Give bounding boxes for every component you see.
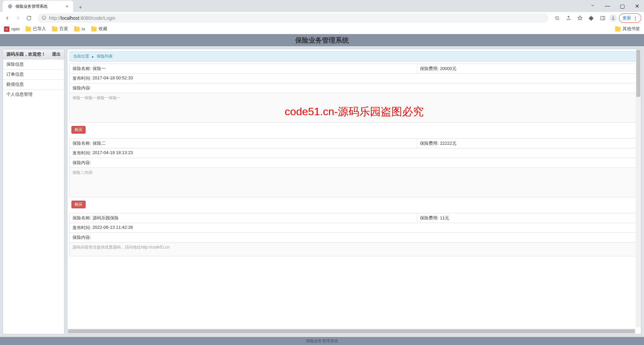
sidebar-item-insurance[interactable]: 保险信息	[3, 59, 64, 69]
tab-bar: 保险业务管理系统 × + — ▢ ✕	[0, 0, 644, 12]
buy-button[interactable]: 购买	[71, 126, 86, 134]
sidebar-item-orders[interactable]: 订单信息	[3, 69, 64, 79]
back-button[interactable]	[3, 13, 12, 23]
forward-button[interactable]	[13, 13, 23, 23]
horizontal-scrollbar[interactable]	[67, 329, 636, 334]
extensions-icon[interactable]	[587, 13, 596, 23]
fee-label: 保险费用:	[420, 215, 439, 221]
site-info-icon[interactable]	[42, 15, 46, 21]
folder-icon	[52, 27, 57, 31]
name-label: 保险名称:	[72, 66, 91, 72]
svg-rect-3	[601, 16, 605, 20]
publish-label: 发布时间:	[72, 75, 91, 81]
folder-icon	[74, 27, 79, 31]
profile-avatar[interactable]	[609, 14, 617, 22]
app-title: 保险业务管理系统	[295, 36, 349, 45]
publish-label: 发布时间:	[72, 225, 91, 231]
publish-label: 发布时间:	[72, 150, 91, 156]
sidebar: 源码乐园，欢迎您！ 退出 保险信息 订单信息 赔偿信息 个人信息管理	[3, 49, 64, 334]
publish-value: 2022-06-13 11:42:26	[93, 225, 133, 231]
app-body: 源码乐园，欢迎您！ 退出 保险信息 订单信息 赔偿信息 个人信息管理 code5…	[0, 46, 644, 337]
minimize-icon[interactable]: —	[603, 3, 612, 9]
fee-label: 保险费用:	[420, 140, 439, 146]
window-controls: — ▢ ✕	[588, 0, 644, 12]
name-value: 保险二	[93, 140, 106, 146]
side-panel-icon[interactable]	[598, 13, 607, 23]
content-textarea[interactable]	[69, 168, 639, 197]
breadcrumb-page[interactable]: 保险列表	[97, 54, 113, 59]
folder-icon	[25, 27, 31, 31]
fee-value: 11元	[440, 215, 449, 221]
logout-link[interactable]: 退出	[52, 51, 61, 57]
app-header: 保险业务管理系统	[0, 34, 644, 46]
sidebar-header: 源码乐园，欢迎您！ 退出	[3, 49, 64, 59]
browser-tab[interactable]: 保险业务管理系统 ×	[3, 1, 73, 12]
npm-icon: n	[4, 26, 9, 32]
bookmark-baidu[interactable]: 百度	[52, 26, 68, 32]
scroll-thumb[interactable]	[68, 329, 635, 333]
sidebar-item-profile[interactable]: 个人信息管理	[3, 89, 64, 99]
welcome-text: 源码乐园，欢迎您！	[6, 51, 46, 57]
browser-toolbar: http://localhost:8080/code/Login 更新 ⋮	[0, 12, 644, 24]
main-panel: code51.cn-源码乐园盗图必究 当前位置 ▸ 保险列表 保险名称:保险一 …	[67, 49, 641, 334]
folder-icon	[91, 27, 97, 31]
maximize-icon[interactable]: ▢	[618, 3, 627, 9]
zoom-icon[interactable]	[552, 13, 562, 23]
breadcrumb: 当前位置 ▸ 保险列表	[69, 51, 639, 62]
tab-close-icon[interactable]: ×	[66, 4, 68, 9]
publish-value: 2017-04-19 18:13:23	[93, 150, 133, 156]
new-tab-button[interactable]: +	[76, 3, 85, 12]
bookmark-rx[interactable]: rx	[74, 27, 85, 31]
content-label: 保险内容:	[72, 160, 91, 166]
breadcrumb-root[interactable]: 当前位置	[73, 54, 89, 59]
tab-dropdown-icon[interactable]	[588, 3, 597, 9]
name-label: 保险名称:	[72, 140, 91, 146]
globe-icon	[7, 4, 13, 9]
folder-icon	[615, 27, 621, 31]
vertical-scrollbar[interactable]	[636, 49, 641, 327]
name-label: 保险名称:	[72, 215, 91, 221]
content-textarea[interactable]	[69, 93, 639, 123]
share-icon[interactable]	[564, 13, 573, 23]
insurance-item: 保险名称:保险二 保险费用:22222元 发布时间:2017-04-19 18:…	[69, 138, 639, 211]
menu-dots-icon: ⋮	[633, 16, 638, 21]
bookmark-npm[interactable]: nnpm	[4, 26, 19, 32]
content-label: 保险内容:	[72, 234, 91, 240]
url-text: http://localhost:8080/code/Login	[49, 15, 115, 21]
insurance-item: 保险名称:源码乐园保险 保险费用:11元 发布时间:2022-06-13 11:…	[69, 213, 639, 259]
reload-button[interactable]	[24, 13, 34, 23]
fee-label: 保险费用:	[420, 66, 439, 72]
content-textarea[interactable]	[69, 243, 639, 256]
bookmarks-bar: nnpm 已导入 百度 rx 收藏 其他书签	[0, 24, 644, 34]
address-bar[interactable]: http://localhost:8080/code/Login	[38, 13, 548, 23]
insurance-item: 保险名称:保险一 保险费用:20000元 发布时间:2017-04-18 00:…	[69, 64, 639, 136]
browser-chrome: 保险业务管理系统 × + — ▢ ✕ http://localhost:8080…	[0, 0, 644, 34]
fee-value: 20000元	[440, 66, 457, 72]
name-value: 源码乐园保险	[93, 215, 119, 221]
bookmark-imported[interactable]: 已导入	[25, 26, 46, 32]
star-icon[interactable]	[575, 13, 585, 23]
name-value: 保险一	[93, 66, 106, 72]
buy-button[interactable]: 购买	[71, 201, 86, 208]
publish-value: 2017-04-18 00:52:33	[93, 75, 133, 81]
other-bookmarks[interactable]: 其他书签	[615, 26, 640, 32]
content-label: 保险内容:	[72, 85, 91, 91]
tab-title: 保险业务管理系统	[15, 4, 48, 9]
svg-point-4	[612, 16, 614, 18]
update-button[interactable]: 更新 ⋮	[619, 13, 641, 23]
bookmark-favorites[interactable]: 收藏	[91, 26, 107, 32]
footer-text: 保险业务管理系统	[306, 338, 338, 344]
fee-value: 22222元	[440, 140, 457, 146]
scroll-thumb[interactable]	[636, 50, 640, 97]
app-footer: 保险业务管理系统	[0, 337, 644, 345]
chevron-right-icon: ▸	[92, 54, 94, 59]
close-window-icon[interactable]: ✕	[633, 3, 641, 9]
update-label: 更新	[623, 15, 631, 21]
sidebar-item-claims[interactable]: 赔偿信息	[3, 79, 64, 89]
